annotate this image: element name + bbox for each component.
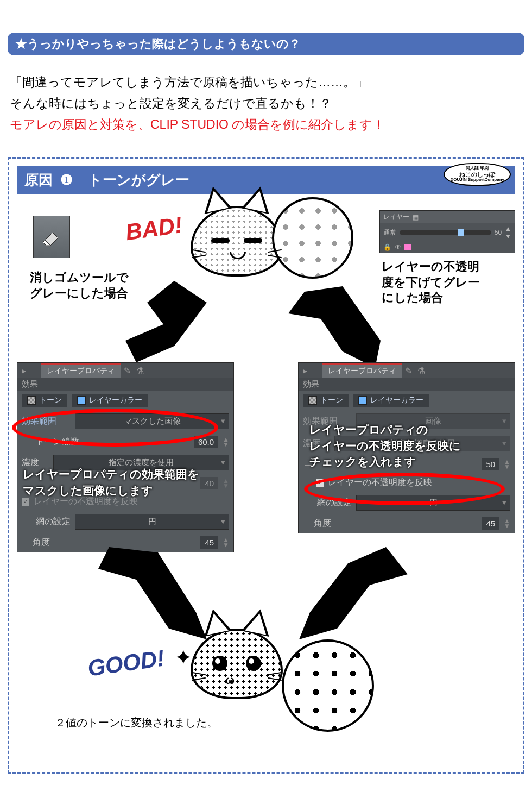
svg-marker-2 (125, 281, 207, 362)
chip-tone[interactable]: トーン (303, 394, 349, 407)
color-swatch-icon (404, 244, 411, 250)
magnifier-grey-dots (272, 197, 353, 279)
magnifier-black-dots (282, 639, 374, 732)
layer-mask-thumb-icon: ▦ (413, 214, 419, 221)
cause-number: ❶ (60, 172, 73, 189)
sparkle-icon: ✦ (174, 645, 193, 670)
diagram-area: BAD! レイヤー ▦ (17, 194, 515, 764)
layer-palette-mini: レイヤー ▦ 通常 50 ▲▼ 🔒 👁 (379, 210, 515, 253)
tone-lines-value: 60.0 (194, 436, 218, 448)
stepper-icon[interactable]: ▲▼ (223, 479, 229, 488)
chip-layer-color[interactable]: レイヤーカラー (72, 394, 148, 407)
opacity-slider[interactable] (400, 230, 491, 235)
result-caption: ２値のトーンに変換されました。 (55, 715, 218, 730)
intro-text: 「間違ってモアレてしまう方法で原稿を描いちゃった……。」 そんな時にはちょっと設… (10, 72, 522, 135)
net-setting-label: 網の設定 (317, 497, 352, 508)
wand-icon[interactable]: ✎ (402, 366, 415, 376)
arrow-to-result-right (288, 547, 408, 639)
effect-range-dropdown[interactable]: マスクした画像 (75, 413, 229, 429)
arrow-to-result-left (98, 547, 218, 639)
caption-opacity: レイヤーの不透明 度を下げてグレー にした場合 (382, 259, 512, 306)
layercolor-swatch-icon (77, 396, 86, 405)
chip-layer-color[interactable]: レイヤーカラー (353, 394, 429, 407)
cat-bad-illustration (191, 206, 283, 277)
panel-right-instruction: レイヤープロパティの レイヤーの不透明度を反映に チェックを入れます (309, 422, 461, 469)
visibility-icon[interactable]: 👁 (395, 243, 401, 251)
arrow-down-right (288, 286, 397, 368)
wand-icon[interactable]: ✎ (121, 366, 134, 376)
reflect-opacity-label: レイヤーの不透明度を反映 (328, 477, 432, 488)
effect-range-label: 効果範囲 (22, 416, 71, 427)
lock-icon[interactable]: 🔒 (383, 243, 391, 251)
arrow-down-left (98, 281, 207, 362)
net-dropdown[interactable]: 円 (356, 495, 510, 511)
logo-top: 同人誌 印刷 (450, 166, 504, 171)
chip-tone[interactable]: トーン (22, 394, 67, 407)
eraser-icon (41, 226, 62, 248)
bad-label: BAD! (124, 212, 184, 246)
tutorial-frame: 原因❶ トーンがグレー 同人誌 印刷 ねこのしっぽ DOUJIN Support… (8, 157, 524, 774)
blend-mode: 通常 (383, 228, 396, 237)
angle-label: 角度 (314, 518, 346, 529)
panel-menu-icon[interactable]: ▸ (299, 366, 312, 376)
logo-bottom: DOUJIN SupportCompany (450, 178, 504, 183)
tab-layer-property[interactable]: レイヤープロパティ (322, 363, 402, 378)
reflect-opacity-checkbox[interactable]: ✓ (22, 498, 29, 506)
stepper-icon[interactable]: ▲▼ (504, 460, 510, 469)
brand-logo: 同人誌 印刷 ねこのしっぽ DOUJIN SupportCompany (444, 163, 511, 186)
flask-icon[interactable]: ⚗ (415, 366, 428, 376)
panel-menu-icon[interactable]: ▸ (17, 366, 30, 376)
svg-marker-4 (98, 547, 207, 639)
collapse-icon[interactable]: — (24, 438, 31, 447)
intro-line1: 「間違ってモアレてしまう方法で原稿を描いちゃった……。」 (10, 72, 522, 93)
layer-tab-label: レイヤー (383, 212, 409, 222)
net-dropdown[interactable]: 円 (75, 514, 229, 530)
net-setting-label: 網の設定 (36, 516, 71, 528)
layer-property-panel-right: ▸ レイヤープロパティ ✎ ⚗ 効果 トーン レイヤーカラー 効果範囲 画像 濃… (298, 362, 515, 533)
stepper-icon[interactable]: ▲▼ (505, 225, 511, 240)
opacity-num: 40 (200, 477, 218, 489)
tone-swatch-icon (27, 396, 36, 405)
collapse-icon[interactable]: — (305, 499, 313, 507)
svg-marker-5 (299, 547, 408, 639)
flask-icon[interactable]: ⚗ (134, 366, 147, 376)
layercolor-swatch-icon (358, 396, 367, 405)
opacity-value: 50 (495, 229, 502, 236)
tone-lines-label: トーン線数 (36, 436, 79, 448)
section-effect: 効果 (299, 378, 515, 391)
section-effect: 効果 (17, 378, 233, 391)
section-title-bar: ★うっかりやっちゃった際はどうしようもないの？ (8, 33, 524, 55)
intro-line2: そんな時にはちょっと設定を変えるだけで直るかも！？ (10, 93, 522, 114)
angle-value: 45 (482, 517, 499, 530)
svg-marker-3 (288, 286, 381, 368)
panel-left-instruction: レイヤープロパティの効果範囲を マスクした画像にします (23, 466, 199, 498)
cat-good-illustration: ω (191, 629, 283, 699)
layer-property-panel-left: ▸ レイヤープロパティ ✎ ⚗ 効果 トーン レイヤーカラー 効果範囲 マスクし… (17, 362, 234, 552)
stepper-icon[interactable]: ▲▼ (504, 519, 510, 528)
stepper-icon[interactable]: ▲▼ (223, 538, 229, 547)
opacity-num: 50 (482, 458, 499, 470)
cat-mouth-icon: ω (225, 674, 235, 687)
good-label: GOOD! (86, 645, 166, 682)
angle-label: 角度 (33, 537, 65, 548)
cause-prefix: 原因 (24, 171, 53, 190)
tone-swatch-icon (308, 396, 317, 405)
stepper-icon[interactable]: ▲▼ (223, 437, 229, 447)
eraser-tool-icon (33, 216, 70, 258)
cause-title: トーンがグレー (88, 171, 189, 190)
section-title: ★うっかりやっちゃった際はどうしようもないの？ (15, 37, 301, 51)
tab-layer-property[interactable]: レイヤープロパティ (41, 363, 121, 378)
collapse-icon[interactable]: — (24, 518, 31, 526)
intro-line3: モアレの原因と対策を、CLIP STUDIO の場合を例に紹介します！ (10, 114, 522, 135)
reflect-opacity-checkbox[interactable]: ✓ (316, 479, 324, 487)
